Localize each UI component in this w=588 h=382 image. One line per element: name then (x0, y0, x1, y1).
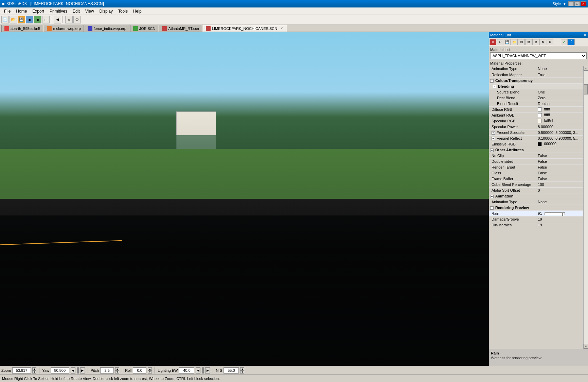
panel-btn-check[interactable]: ✓ (561, 39, 568, 45)
expand-fresnel-reflect-icon[interactable]: + (492, 137, 495, 140)
toolbar-save[interactable]: 💾 (18, 16, 25, 23)
scroll-down-button[interactable]: ▼ (584, 344, 588, 349)
viewport[interactable] (0, 32, 489, 366)
panel-btn-undo[interactable]: ↩ (497, 39, 503, 45)
zoom-up-button[interactable]: ▲ (32, 367, 36, 370)
prop-value-rain[interactable]: 91 (536, 210, 583, 216)
lighting-next-button[interactable]: ▶ (205, 367, 210, 374)
maximize-button[interactable]: □ (574, 1, 580, 6)
prop-value-specular-power[interactable]: 8.000000 (536, 124, 583, 129)
expand-fresnel-specular-icon[interactable]: + (492, 131, 495, 135)
prop-value-diffuse-rgb[interactable]: ffffff (536, 106, 583, 112)
pitch-input[interactable] (100, 367, 114, 374)
collapse-animation-icon[interactable]: − (490, 195, 494, 198)
slider-thumb[interactable] (562, 212, 563, 216)
panel-btn-refresh[interactable]: ↻ (539, 39, 546, 45)
minimize-button[interactable]: ─ (568, 1, 574, 6)
toolbar-icon5[interactable]: ○ (65, 16, 73, 23)
yaw-input[interactable] (51, 367, 69, 374)
roll-input[interactable] (133, 367, 146, 374)
panel-btn-save[interactable]: 💾 (504, 39, 511, 45)
lighting-ew-input[interactable] (179, 367, 194, 374)
prop-value-render-target[interactable]: False (536, 164, 583, 170)
yaw-prev-button[interactable]: ◀ (71, 367, 75, 374)
menu-tools[interactable]: Tools (115, 8, 130, 14)
prop-value-specular-rgb[interactable]: faf5eb (536, 118, 583, 124)
panel-btn-copy2[interactable]: ⧉ (525, 39, 532, 45)
collapse-other-icon[interactable]: − (490, 149, 494, 152)
prop-value-double-sided[interactable]: False (536, 158, 583, 164)
yaw-next-button[interactable]: ▶ (80, 367, 85, 374)
tab-atlantamp[interactable]: AtlantaMP_RT.scn (159, 25, 202, 32)
panel-btn-stop[interactable]: ✕ (489, 39, 496, 45)
toolbar-icon1[interactable]: ■ (26, 16, 33, 23)
material-list-dropdown[interactable]: ASPH_TRACKMAINNEW_WET (490, 52, 587, 59)
prop-value-source-blend[interactable]: One (536, 89, 583, 95)
prop-value-frame-buffer[interactable]: False (536, 176, 583, 181)
ns-up-button[interactable]: ▲ (240, 367, 244, 370)
menu-edit[interactable]: Edit (70, 8, 83, 14)
scroll-up-button[interactable]: ▲ (584, 66, 588, 71)
prop-value-cube-blend[interactable]: 100 (536, 181, 583, 187)
prop-value-fresnel-reflect[interactable]: 0.100000, 0.900000, 5... (536, 135, 583, 141)
toolbar-icon3[interactable]: □ (42, 16, 50, 23)
prop-value-dirt-marbles[interactable]: 19 (536, 222, 583, 228)
prop-value-blend-result[interactable]: Replace (536, 101, 583, 106)
tab-mclaren[interactable]: mclaren.wep.erp (44, 25, 84, 32)
toolbar-new[interactable]: 📄 (1, 16, 9, 23)
collapse-colour-icon[interactable]: − (490, 79, 494, 83)
tab-close-limerockpark[interactable]: ✕ (280, 27, 284, 31)
toolbar-icon6[interactable]: ⬡ (73, 16, 81, 23)
prop-value-fresnel-specular[interactable]: 0.500000, 5.000000, 3... (536, 129, 583, 135)
roll-down-button[interactable]: ▼ (148, 370, 152, 374)
zoom-input[interactable] (12, 367, 31, 374)
scroll-thumb[interactable] (584, 84, 588, 94)
prop-value-reflection-mapper[interactable]: True (536, 72, 583, 77)
tab-force-india[interactable]: force_india.wep.erp (85, 25, 129, 32)
ns-down-button[interactable]: ▼ (240, 370, 244, 374)
panel-btn-settings[interactable]: ⚙ (547, 39, 553, 45)
prop-value-glass[interactable]: False (536, 170, 583, 176)
menu-view[interactable]: View (83, 8, 97, 14)
toolbar-icon4[interactable]: ◀ (54, 16, 61, 23)
menu-display[interactable]: Display (97, 8, 115, 14)
prop-subsection-blending[interactable]: − Blending (489, 83, 583, 89)
panel-btn-question[interactable]: ? (568, 39, 575, 45)
prop-value-animation-type-top[interactable]: None (536, 66, 583, 72)
prop-section-colour[interactable]: − Colour/Transparency (489, 77, 583, 83)
prop-section-other[interactable]: − Other Attributes (489, 147, 583, 153)
prop-value-ambient-rgb[interactable]: ffffff (536, 112, 583, 118)
properties-scrollbar[interactable]: ▲ ▼ (583, 66, 588, 349)
zoom-down-button[interactable]: ▼ (32, 370, 36, 374)
prop-value-emissive-rgb[interactable]: 000000 (536, 141, 583, 147)
toolbar-open[interactable]: 📂 (10, 16, 17, 23)
tab-joe[interactable]: JOE.SCN (130, 25, 159, 32)
close-button[interactable]: ✕ (581, 1, 586, 6)
panel-btn-open[interactable]: 📁 (511, 39, 518, 45)
scroll-track[interactable] (584, 71, 588, 344)
pitch-up-button[interactable]: ▲ (115, 367, 119, 370)
prop-value-animation-type[interactable]: None (536, 199, 583, 205)
collapse-rendering-icon[interactable]: − (490, 206, 494, 210)
panel-btn-copy3[interactable]: ⧉ (532, 39, 539, 45)
roll-up-button[interactable]: ▲ (148, 367, 152, 370)
menu-help[interactable]: Help (130, 8, 144, 14)
menu-primitives[interactable]: Primitives (47, 8, 70, 14)
tab-limerockpark[interactable]: LIMEROCKPARK_NOCHICANES.SCN ✕ (203, 25, 287, 32)
menu-file[interactable]: File (1, 8, 13, 14)
panel-close-icon[interactable]: ✕ (584, 33, 587, 37)
prop-value-alpha-sort[interactable]: 0 (536, 187, 583, 193)
style-dropdown-icon[interactable]: ▼ (563, 2, 566, 6)
prop-value-dest-blend[interactable]: Zero (536, 95, 583, 101)
pitch-down-button[interactable]: ▼ (115, 370, 119, 374)
collapse-blending-icon[interactable]: − (493, 85, 496, 88)
menu-export[interactable]: Export (30, 8, 47, 14)
lighting-prev-button[interactable]: ◀ (196, 367, 200, 374)
menu-home[interactable]: Home (13, 8, 30, 14)
panel-btn-copy1[interactable]: ⧉ (518, 39, 525, 45)
prop-value-no-clip[interactable]: False (536, 153, 583, 158)
tab-abarth[interactable]: abarth_595ss.kn5 (1, 25, 43, 32)
prop-section-rendering[interactable]: − Rendering Preview (489, 205, 583, 210)
toolbar-icon2[interactable]: ■ (34, 16, 41, 23)
ns-input[interactable] (224, 367, 239, 374)
